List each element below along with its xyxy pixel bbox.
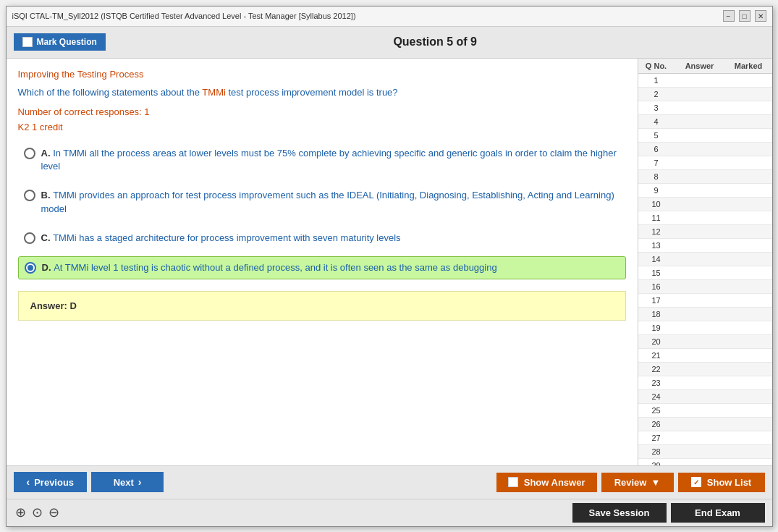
minimize-button[interactable]: −	[723, 10, 735, 22]
sidebar-row[interactable]: 11	[638, 211, 772, 225]
sidebar-row[interactable]: 24	[638, 390, 772, 404]
review-label: Review	[614, 477, 647, 488]
sidebar-row[interactable]: 18	[638, 308, 772, 321]
sidebar-cell-qno: 26	[638, 420, 675, 428]
show-answer-checkbox-icon	[508, 477, 518, 487]
show-list-check-icon: ✓	[691, 477, 701, 487]
review-button[interactable]: Review ▼	[601, 473, 674, 492]
radio-a[interactable]	[24, 148, 35, 159]
sidebar-cell-qno: 8	[638, 172, 675, 181]
sidebar-body[interactable]: 1 2 3 4 5 6 7 8	[638, 74, 772, 465]
save-session-button[interactable]: Save Session	[572, 503, 667, 523]
sidebar-cell-qno: 28	[638, 447, 675, 456]
radio-d[interactable]	[25, 262, 36, 274]
sidebar-row[interactable]: 15	[638, 266, 772, 280]
main-window: iSQI CTAL-TM_Syll2012 (ISTQB Certified T…	[6, 6, 773, 527]
question-area: Improving the Testing Process Which of t…	[7, 59, 638, 465]
sidebar-row[interactable]: 10	[638, 198, 772, 211]
sidebar-cell-qno: 9	[638, 186, 675, 195]
option-a[interactable]: A. In TMMi all the process areas at lowe…	[18, 143, 626, 177]
main-content: Improving the Testing Process Which of t…	[7, 59, 772, 465]
close-button[interactable]: ✕	[755, 10, 766, 22]
question-text-before: Which of the following statements about …	[18, 87, 203, 98]
sidebar-row[interactable]: 12	[638, 225, 772, 239]
show-answer-button[interactable]: Show Answer	[496, 473, 597, 492]
topic-heading: Improving the Testing Process	[18, 69, 626, 80]
sidebar-row[interactable]: 23	[638, 376, 772, 390]
question-text-after: test process improvement model is true?	[226, 87, 398, 98]
sidebar-row[interactable]: 5	[638, 129, 772, 143]
sidebar-row[interactable]: 1	[638, 74, 772, 88]
sidebar-row[interactable]: 8	[638, 170, 772, 184]
radio-b[interactable]	[24, 190, 35, 201]
sidebar-row[interactable]: 9	[638, 184, 772, 198]
next-arrow-icon: ›	[138, 476, 142, 488]
sidebar-row[interactable]: 17	[638, 294, 772, 308]
next-button[interactable]: Next ›	[91, 472, 164, 492]
restore-button[interactable]: □	[739, 10, 750, 22]
option-c[interactable]: C. TMMi has a staged architecture for pr…	[18, 227, 626, 249]
sidebar-row[interactable]: 21	[638, 349, 772, 363]
title-bar: iSQI CTAL-TM_Syll2012 (ISTQB Certified T…	[7, 7, 772, 27]
option-b-text: B. TMMi provides an approach for test pr…	[41, 189, 620, 215]
options-list: A. In TMMi all the process areas at lowe…	[18, 143, 626, 279]
sidebar-row[interactable]: 3	[638, 101, 772, 115]
previous-arrow-icon: ‹	[27, 476, 30, 488]
sidebar-cell-qno: 7	[638, 159, 675, 167]
option-d-text: D. At TMMi level 1 testing is chaotic wi…	[42, 261, 497, 274]
sidebar-row[interactable]: 25	[638, 404, 772, 418]
zoom-controls: ⊕ ⊙ ⊖	[14, 503, 61, 522]
zoom-out-button[interactable]: ⊖	[47, 503, 61, 522]
credit-info: K2 1 credit	[18, 122, 626, 132]
next-label: Next	[114, 477, 134, 488]
window-controls: − □ ✕	[723, 10, 766, 22]
bottom-toolbar: ‹ Previous Next › Show Answer Review ▼ ✓…	[7, 465, 772, 499]
sidebar-row[interactable]: 13	[638, 239, 772, 253]
sidebar-col-qno: Q No.	[638, 62, 675, 70]
mark-question-button[interactable]: ✓ Mark Question	[14, 33, 106, 51]
sidebar-row[interactable]: 28	[638, 445, 772, 459]
sidebar-row[interactable]: 29	[638, 459, 772, 465]
sidebar-row[interactable]: 22	[638, 363, 772, 376]
show-list-button[interactable]: ✓ Show List	[678, 473, 765, 492]
sidebar-row[interactable]: 19	[638, 321, 772, 335]
sidebar-row[interactable]: 6	[638, 143, 772, 156]
sidebar-cell-qno: 24	[638, 392, 675, 401]
zoom-in-button[interactable]: ⊕	[14, 503, 28, 522]
sidebar-row[interactable]: 2	[638, 88, 772, 101]
sidebar-cell-qno: 20	[638, 337, 675, 346]
sidebar-cell-qno: 15	[638, 269, 675, 277]
previous-label: Previous	[34, 477, 74, 488]
sidebar-cell-qno: 16	[638, 282, 675, 291]
sidebar-row[interactable]: 14	[638, 253, 772, 266]
sidebar-row[interactable]: 20	[638, 335, 772, 349]
sidebar-cell-qno: 4	[638, 117, 675, 126]
sidebar-cell-qno: 27	[638, 434, 675, 442]
option-a-text: A. In TMMi all the process areas at lowe…	[41, 147, 620, 173]
sidebar-row[interactable]: 7	[638, 156, 772, 170]
sidebar-row[interactable]: 4	[638, 115, 772, 129]
sidebar-cell-qno: 2	[638, 90, 675, 98]
sidebar: Q No. Answer Marked 1 2 3 4 5 6	[638, 59, 772, 465]
sidebar-cell-qno: 14	[638, 255, 675, 263]
sidebar-row[interactable]: 26	[638, 418, 772, 431]
mark-checkbox-icon: ✓	[22, 37, 33, 47]
sidebar-row[interactable]: 27	[638, 431, 772, 445]
sidebar-cell-qno: 12	[638, 227, 675, 236]
end-exam-button[interactable]: End Exam	[671, 503, 765, 523]
window-title: iSQI CTAL-TM_Syll2012 (ISTQB Certified T…	[12, 12, 356, 20]
radio-c[interactable]	[24, 232, 35, 244]
option-b[interactable]: B. TMMi provides an approach for test pr…	[18, 185, 626, 219]
sidebar-header: Q No. Answer Marked	[638, 59, 772, 74]
option-d[interactable]: D. At TMMi level 1 testing is chaotic wi…	[18, 256, 626, 279]
sidebar-cell-qno: 25	[638, 406, 675, 415]
sidebar-cell-qno: 13	[638, 241, 675, 250]
mark-question-label: Mark Question	[37, 37, 97, 47]
sidebar-cell-qno: 5	[638, 131, 675, 140]
zoom-fit-button[interactable]: ⊙	[30, 503, 44, 522]
option-c-text: C. TMMi has a staged architecture for pr…	[41, 232, 401, 245]
previous-button[interactable]: ‹ Previous	[14, 472, 88, 492]
sidebar-row[interactable]: 16	[638, 280, 772, 294]
sidebar-cell-qno: 1	[638, 76, 675, 85]
sidebar-cell-qno: 18	[638, 310, 675, 318]
